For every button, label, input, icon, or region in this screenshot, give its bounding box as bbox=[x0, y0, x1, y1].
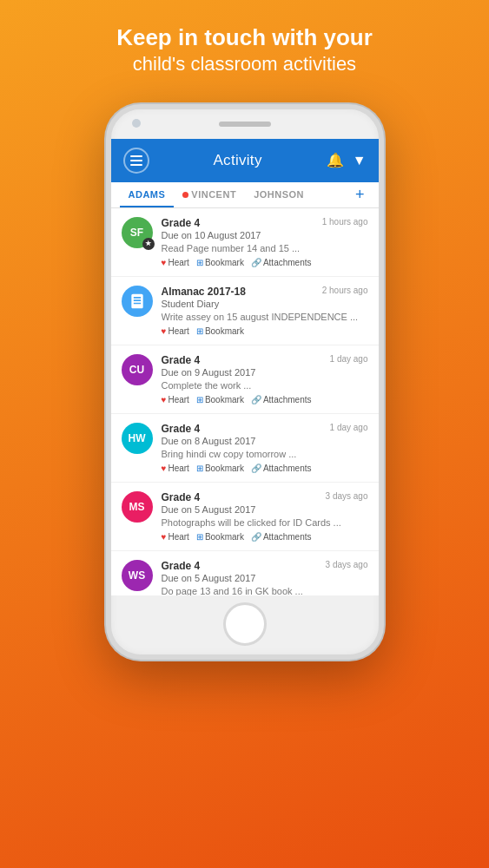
action-attachments[interactable]: 🔗 Attachments bbox=[251, 532, 312, 542]
bookmark-icon: ⊞ bbox=[196, 258, 203, 267]
heart-icon: ♥ bbox=[162, 395, 167, 404]
tab-johnson[interactable]: JOHNSON bbox=[245, 182, 313, 207]
action-bookmark[interactable]: ⊞ Bookmark bbox=[196, 326, 244, 336]
avatar: HW bbox=[122, 423, 153, 454]
item-content: Grade 4 Due on 10 August 2017 1 hours ag… bbox=[162, 217, 368, 267]
header-line2: child's classroom activities bbox=[116, 51, 373, 78]
item-body: Bring hindi cw copy tomorrow ... bbox=[162, 449, 368, 459]
phone-speaker bbox=[219, 122, 271, 127]
tab-vincent[interactable]: VINCENT bbox=[174, 182, 245, 207]
item-header: Grade 4 Due on 8 August 2017 1 day ago bbox=[162, 423, 368, 446]
app-bar-icons: 🔔 ▼ bbox=[327, 152, 367, 168]
header-line1: Keep in touch with your bbox=[116, 24, 373, 51]
item-title: Grade 4 Due on 8 August 2017 bbox=[162, 423, 256, 446]
bookmark-icon: ⊞ bbox=[196, 326, 203, 336]
avatar: MS bbox=[122, 491, 153, 523]
tabs-bar: ADAMS VINCENT JOHNSON + bbox=[111, 182, 379, 208]
item-header: Grade 4 Due on 5 August 2017 3 days ago bbox=[162, 491, 368, 515]
filter-icon[interactable]: ▼ bbox=[353, 153, 367, 168]
activity-item: Almanac 2017-18 Student Diary 2 hours ag… bbox=[111, 277, 379, 345]
bell-icon[interactable]: 🔔 bbox=[327, 152, 344, 168]
item-time: 2 hours ago bbox=[322, 286, 368, 295]
item-content: Grade 4 Due on 8 August 2017 1 day ago B… bbox=[162, 423, 368, 473]
add-tab-button[interactable]: + bbox=[350, 182, 370, 207]
action-attachments[interactable]: 🔗 Attachments bbox=[251, 395, 312, 404]
tab-dot-vincent bbox=[182, 192, 188, 198]
phone-mockup: Activity 🔔 ▼ ADAMS VINCENT JOHNSON + SF … bbox=[106, 104, 384, 660]
action-heart[interactable]: ♥ Heart bbox=[162, 532, 189, 542]
avatar: WS bbox=[122, 560, 153, 591]
item-body: Read Page number 14 and 15 ... bbox=[162, 243, 368, 253]
action-heart[interactable]: ♥ Heart bbox=[162, 464, 189, 473]
item-title: Almanac 2017-18 Student Diary bbox=[162, 286, 246, 309]
avatar-badge: ★ bbox=[142, 238, 155, 250]
item-content: Grade 4 Due on 9 August 2017 1 day ago C… bbox=[162, 354, 368, 404]
heart-icon: ♥ bbox=[162, 532, 167, 542]
item-header: Grade 4 Due on 5 August 2017 3 days ago bbox=[162, 560, 368, 583]
avatar: CU bbox=[122, 354, 153, 385]
item-time: 1 day ago bbox=[330, 354, 368, 364]
item-actions: ♥ Heart ⊞ Bookmark 🔗 Attachments bbox=[162, 464, 368, 473]
action-bookmark[interactable]: ⊞ Bookmark bbox=[196, 464, 244, 473]
item-title: Grade 4 Due on 5 August 2017 bbox=[162, 491, 256, 515]
heart-icon: ♥ bbox=[162, 464, 167, 473]
activity-item: CU Grade 4 Due on 9 August 2017 1 day ag… bbox=[111, 345, 379, 414]
action-heart[interactable]: ♥ Heart bbox=[162, 326, 189, 336]
item-header: Almanac 2017-18 Student Diary 2 hours ag… bbox=[162, 286, 368, 309]
home-button[interactable] bbox=[223, 602, 267, 646]
item-content: Grade 4 Due on 5 August 2017 3 days ago … bbox=[162, 491, 368, 542]
item-header: Grade 4 Due on 9 August 2017 1 day ago bbox=[162, 354, 368, 378]
tab-adams[interactable]: ADAMS bbox=[120, 182, 175, 207]
action-attachments[interactable]: 🔗 Attachments bbox=[251, 464, 312, 473]
activity-item: SF ★ Grade 4 Due on 10 August 2017 1 hou… bbox=[111, 208, 379, 277]
menu-button[interactable] bbox=[123, 148, 149, 174]
activity-item: HW Grade 4 Due on 8 August 2017 1 day ag… bbox=[111, 414, 379, 483]
item-header: Grade 4 Due on 10 August 2017 1 hours ag… bbox=[162, 217, 368, 240]
screen: Activity 🔔 ▼ ADAMS VINCENT JOHNSON + SF … bbox=[111, 139, 379, 595]
activity-item: WS Grade 4 Due on 5 August 2017 3 days a… bbox=[111, 551, 379, 595]
item-title: Grade 4 Due on 9 August 2017 bbox=[162, 354, 256, 378]
item-body: Complete the work ... bbox=[162, 380, 368, 391]
app-bar-title: Activity bbox=[213, 152, 261, 169]
item-title: Grade 4 Due on 5 August 2017 bbox=[162, 560, 256, 583]
item-title: Grade 4 Due on 10 August 2017 bbox=[162, 217, 261, 240]
item-actions: ♥ Heart ⊞ Bookmark 🔗 Attachments bbox=[162, 258, 368, 267]
item-time: 1 hours ago bbox=[322, 217, 368, 227]
item-time: 3 days ago bbox=[326, 560, 368, 569]
item-content: Grade 4 Due on 5 August 2017 3 days ago … bbox=[162, 560, 368, 595]
item-content: Almanac 2017-18 Student Diary 2 hours ag… bbox=[162, 286, 368, 336]
item-actions: ♥ Heart ⊞ Bookmark 🔗 Attachments bbox=[162, 395, 368, 404]
attachments-icon: 🔗 bbox=[251, 258, 261, 267]
app-bar: Activity 🔔 ▼ bbox=[111, 139, 379, 182]
item-body: Write assey on 15 august INDEPENDENCE ..… bbox=[162, 312, 368, 322]
action-bookmark[interactable]: ⊞ Bookmark bbox=[196, 258, 244, 267]
phone-camera bbox=[132, 119, 141, 128]
action-bookmark[interactable]: ⊞ Bookmark bbox=[196, 532, 244, 542]
heart-icon: ♥ bbox=[162, 326, 167, 336]
item-body: Do page 13 and 16 in GK book ... bbox=[162, 586, 368, 595]
attachments-icon: 🔗 bbox=[251, 464, 261, 473]
avatar bbox=[122, 286, 153, 317]
attachments-icon: 🔗 bbox=[251, 395, 261, 404]
bookmark-icon: ⊞ bbox=[196, 532, 203, 542]
header-section: Keep in touch with your child's classroo… bbox=[90, 0, 399, 95]
action-bookmark[interactable]: ⊞ Bookmark bbox=[196, 395, 244, 404]
item-actions: ♥ Heart ⊞ Bookmark bbox=[162, 326, 368, 336]
action-heart[interactable]: ♥ Heart bbox=[162, 258, 189, 267]
action-heart[interactable]: ♥ Heart bbox=[162, 395, 189, 404]
item-body: Photographs will be clicked for ID Cards… bbox=[162, 517, 368, 528]
avatar: SF ★ bbox=[122, 217, 153, 248]
bookmark-icon: ⊞ bbox=[196, 464, 203, 473]
item-time: 3 days ago bbox=[326, 491, 368, 501]
heart-icon: ♥ bbox=[162, 258, 167, 267]
item-time: 1 day ago bbox=[330, 423, 368, 432]
activity-list: SF ★ Grade 4 Due on 10 August 2017 1 hou… bbox=[111, 208, 379, 595]
attachments-icon: 🔗 bbox=[251, 532, 261, 542]
action-attachments[interactable]: 🔗 Attachments bbox=[251, 258, 312, 267]
bookmark-icon: ⊞ bbox=[196, 395, 203, 404]
activity-item: MS Grade 4 Due on 5 August 2017 3 days a… bbox=[111, 483, 379, 551]
item-actions: ♥ Heart ⊞ Bookmark 🔗 Attachments bbox=[162, 532, 368, 542]
